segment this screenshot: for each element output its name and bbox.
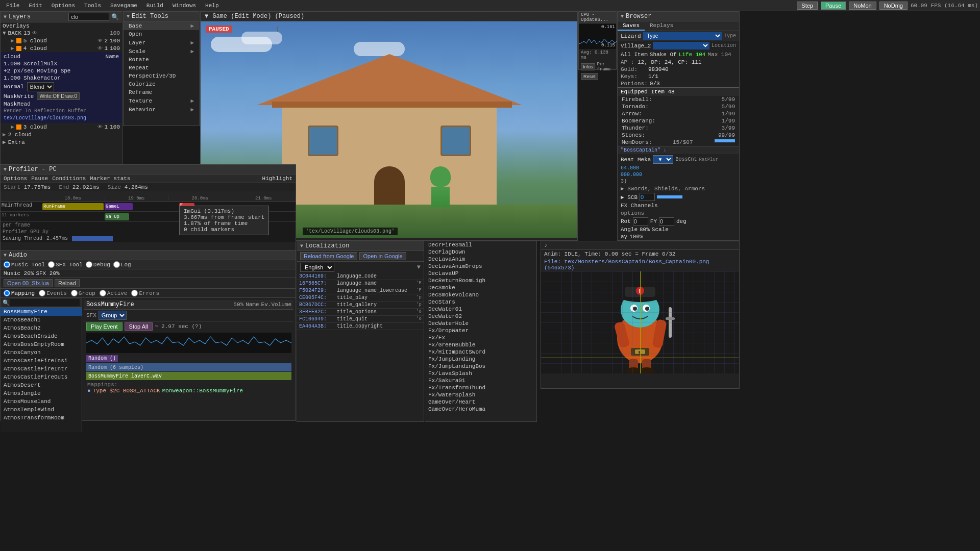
cloud3-eye[interactable]: 👁 [97,124,103,130]
play-event-btn[interactable]: Play Event [86,322,122,331]
log-input[interactable] [113,261,120,268]
audio-item-5[interactable]: AtmosCastleFireInsi [1,357,82,365]
options-row[interactable]: options [618,210,739,217]
event-21[interactable]: Fx/WaterSplash [425,391,536,398]
infos-btn[interactable]: Infos [581,63,595,70]
event-14[interactable]: Fx/GreenBubble [425,341,536,348]
base-menu[interactable]: Base ▶ [124,21,199,30]
rotate-entry[interactable]: Rotate [124,56,199,64]
perspective-entry[interactable]: Perspective/3D [124,72,199,80]
rot-input[interactable] [633,217,648,226]
cloud4-eye[interactable]: 👁 [97,45,103,52]
debug-radio[interactable]: Debug [86,261,110,268]
lang-select[interactable]: English [300,263,334,272]
event-22[interactable]: GameOver/Heart [425,398,536,406]
audio-item-10[interactable]: AtmosMouseland [1,397,82,406]
audio-item-boss[interactable]: BossMummyFire [1,308,82,316]
location-select[interactable] [653,42,709,49]
music-tool-radio[interactable]: Music Tool [4,261,45,268]
audio-item-6[interactable]: AtmosCastleFireIntr [1,365,82,373]
event-18[interactable]: Fx/LavaSplash [425,370,536,377]
event-16[interactable]: Fx/JumpLanding [425,356,536,363]
texture-entry[interactable]: Texture▶ [124,96,199,105]
open-google-btn[interactable]: Open in Google [359,252,406,260]
context-menu[interactable] [277,27,278,32]
open-sfx-btn[interactable]: Open 00_Sfx.lua [4,279,53,287]
menu-savegame[interactable]: Savegame [106,2,141,10]
group-select[interactable]: Group [99,311,127,320]
back-eye[interactable]: 👁 [32,30,37,36]
repeat-entry[interactable]: Repeat [124,64,199,72]
events-radio[interactable] [39,290,45,296]
events-tab[interactable]: Events [39,290,67,296]
event-6[interactable]: DecSmoke [425,284,536,291]
conditions-tab[interactable]: Conditions [52,176,86,182]
event-23[interactable]: GameOver/HeroMuma [425,406,536,413]
event-15[interactable]: Fx/HitImpactSword [425,348,536,356]
colorize-entry[interactable]: Colorize [124,80,199,88]
behavior-entry[interactable]: Behavior▶ [124,105,199,114]
cloud4-row[interactable]: ▶ 4 cloud 👁 1 100 [1,44,122,52]
mapping-tab[interactable]: Mapping [4,290,35,296]
pause-tab[interactable]: Pause [31,176,48,182]
audio-item-0[interactable]: AtmosBeach1 [1,316,82,324]
nodmg-button[interactable]: NoDmg [879,2,908,10]
layers-search[interactable] [68,13,109,21]
event-12[interactable]: Fx/DropWater [425,327,536,334]
active-tab[interactable]: Active [100,290,128,296]
fy-input[interactable] [659,217,674,226]
event-1[interactable]: DecFlagDown [425,248,536,256]
search-icon[interactable]: 🔍 [111,13,119,21]
group-radio[interactable] [71,290,78,296]
event-9[interactable]: DecWater01 [425,306,536,313]
marker-stats-tab[interactable]: Marker stats [90,176,130,182]
errors-tab[interactable]: Errors [131,290,159,296]
event-4[interactable]: DecLavaUP [425,270,536,277]
reload-btn[interactable]: Reload [55,279,80,287]
menu-tools[interactable]: Tools [80,2,105,10]
menu-options[interactable]: Options [47,2,79,10]
reframe-entry[interactable]: Reframe [124,88,199,96]
layer-entry[interactable]: Layer▶ [124,38,199,47]
step-button[interactable]: Step [797,2,818,10]
lang-dropdown-icon[interactable]: ▼ [417,264,421,271]
maskwrite-row[interactable]: MaskWrite Write:Off Draw:0 [1,92,122,101]
pause-button[interactable]: Pause [821,2,846,10]
open-entry[interactable]: Open [124,30,199,38]
event-17[interactable]: Fx/JumpLandingBos [425,363,536,370]
reset-btn[interactable]: Reset [581,73,598,80]
audio-item-1[interactable]: AtmosBeach2 [1,324,82,332]
menu-edit[interactable]: Edit [24,2,46,10]
event-8[interactable]: DecStars [425,298,536,306]
event-11[interactable]: DecWaterHole [425,320,536,327]
swords-row[interactable]: ▶ Swords, Shields, Armors [618,185,739,192]
event-13[interactable]: Fx/Fx [425,334,536,341]
event-3[interactable]: DecLavaAnimDrops [425,263,536,270]
event-0[interactable]: DecrFireSmall [425,241,536,248]
extra-row[interactable]: ▶ Extra [1,138,122,146]
stop-all-btn[interactable]: Stop All [125,322,153,331]
event-2[interactable]: DecLavaAnim [425,256,536,263]
audio-item-4[interactable]: AtmosCanyon [1,348,82,357]
sfx-tool-radio[interactable]: SFX Tool [48,261,83,268]
event-5[interactable]: DecReturnRoomLigh [425,277,536,284]
tab-saves[interactable]: Saves [618,21,645,31]
reload-google-btn[interactable]: Reload from Google [300,252,357,260]
menu-build[interactable]: Build [142,2,167,10]
audio-item-2[interactable]: AtmosBeachInside [1,332,82,340]
audio-search-input[interactable] [10,299,80,306]
scb-input[interactable] [640,193,655,201]
log-radio[interactable]: Log [113,261,131,268]
audio-item-11[interactable]: AtmosTempleWind [1,406,82,414]
beat-meka-select[interactable]: ▼ [653,155,673,164]
group-tab[interactable]: Group [71,290,95,296]
audio-item-8[interactable]: AtmosDesert [1,381,82,389]
mapping-radio[interactable] [4,290,10,296]
blend-row[interactable]: Normal Blend [1,82,122,92]
audio-item-7[interactable]: AtmosCastleFireOuts [1,373,82,381]
maskwrite-btn[interactable]: Write:Off Draw:0 [37,92,80,100]
active-radio[interactable] [100,290,106,296]
music-tool-input[interactable] [4,261,10,268]
event-10[interactable]: DecWater02 [425,313,536,320]
cloud3-row[interactable]: ▶ 3 cloud 👁 1 100 [1,123,122,131]
